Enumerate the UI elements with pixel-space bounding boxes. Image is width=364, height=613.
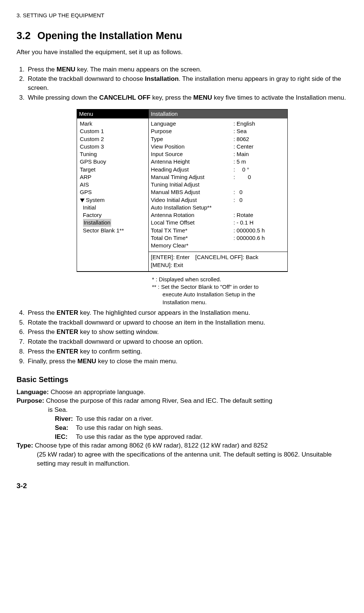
menu-item-custom1: Custom 1: [79, 127, 147, 135]
row-inputsrc-v: : Main: [234, 150, 249, 158]
step-1: Press the MENU key. The main menu appear…: [26, 65, 347, 74]
row-videoinit-v: : 0: [234, 196, 243, 204]
def-iec: IEC:To use this radar as the type approv…: [55, 432, 347, 442]
def-type-2: (25 kW radar) to agree with the specific…: [37, 450, 347, 468]
menu-item-gpsbuoy: GPS Buoy: [79, 158, 147, 165]
install-column: Installation Language: English Purpose: …: [149, 109, 287, 271]
steps-list-2: Press the ENTER key. The highlighted cur…: [17, 308, 347, 366]
menu-item-installation: Installation: [83, 219, 112, 226]
row-inputsrc-k: Input Source: [151, 150, 234, 158]
menu-item-factory: Factory: [79, 211, 147, 219]
menu-item-target: Target: [79, 166, 147, 173]
menu-item-custom2: Custom 2: [79, 135, 147, 143]
menu-item-installation-wrap: Installation: [79, 219, 147, 226]
row-antrot-k: Antenna Rotation: [151, 211, 234, 219]
menu-item-system: System: [79, 196, 147, 204]
row-viewpos-k: View Position: [151, 143, 234, 150]
menu-item-mark: Mark: [79, 120, 147, 127]
row-totaltx-v: : 000000.5 h: [234, 227, 265, 234]
row-localtime-k: Local Time Offset: [151, 219, 234, 226]
intro-paragraph: After you have installed the equipment, …: [17, 48, 347, 57]
row-type-v: : 8062: [234, 135, 249, 143]
menu-item-initial: Initial: [79, 204, 147, 211]
menu-item-tuning: Tuning: [79, 150, 147, 158]
section-number: 3.2: [17, 30, 31, 41]
menu-body: Mark Custom 1 Custom 2 Custom 3 Tuning G…: [77, 118, 148, 237]
menu-column: Menu Mark Custom 1 Custom 2 Custom 3 Tun…: [77, 109, 149, 271]
step-7: Rotate the trackball downward or upward …: [26, 337, 347, 346]
section-title: 3.2Opening the Installation Menu: [17, 29, 347, 43]
def-purpose: Purpose: Choose the purpose of this rada…: [17, 396, 347, 405]
row-totalon-k: Total On Time*: [151, 234, 234, 242]
footer-line-2: [MENU]: Exit: [151, 261, 285, 269]
row-localtime-v: : - 0.1 H: [234, 219, 254, 226]
row-headingadj-k: Heading Adjust: [151, 166, 234, 173]
figure-wrap: Menu Mark Custom 1 Custom 2 Custom 3 Tun…: [17, 109, 347, 272]
menu-item-arp: ARP: [79, 173, 147, 181]
row-antheight-v: : 5 m: [234, 158, 246, 165]
row-autoinstall-k: Auto Installation Setup**: [151, 204, 234, 211]
menu-header: Menu: [77, 109, 148, 118]
section-title-text: Opening the Installation Menu: [38, 30, 183, 41]
basic-settings-heading: Basic Settings: [17, 374, 347, 385]
row-tuninginit-k: Tuning Initial Adjust: [151, 181, 234, 188]
row-totalon-v: : 000000.6 h: [234, 234, 265, 242]
row-purpose-k: Purpose: [151, 127, 234, 135]
step-8: Press the ENTER key to confirm setting.: [26, 347, 347, 356]
step-3: While pressing down the CANCEL/HL OFF ke…: [26, 93, 347, 102]
menu-item-gps: GPS: [79, 188, 147, 196]
row-totaltx-k: Total TX Time*: [151, 227, 234, 234]
row-videoinit-k: Video Initial Adjust: [151, 196, 234, 204]
install-body: Language: English Purpose: Sea Type: 806…: [149, 118, 287, 252]
row-manualmbs-k: Manual MBS Adjust: [151, 188, 234, 196]
row-manualtiming-k: Manual Timing Adjust: [151, 173, 234, 181]
install-header: Installation: [149, 109, 287, 118]
page-number: 3-2: [17, 481, 347, 491]
step-6: Press the ENTER key to show setting wind…: [26, 328, 347, 337]
row-language-k: Language: [151, 120, 234, 127]
chapter-line: 3. SETTING UP THE EQUIPMENT: [17, 11, 347, 19]
def-sea: Sea:To use this radar on high seas.: [55, 423, 347, 432]
menu-item-sectorblank: Sector Blank 1**: [79, 227, 147, 234]
def-purpose-2: is Sea.: [48, 405, 347, 414]
footer-line-1: [ENTER]: Enter [CANCEL/HL OFF]: Back: [151, 253, 285, 261]
menu-item-ais: AIS: [79, 181, 147, 188]
def-language: Language: Choose an appropriate language…: [17, 388, 347, 397]
row-antrot-v: : Rotate: [234, 211, 254, 219]
row-type-k: Type: [151, 135, 234, 143]
footnote-2c: Installation menu.: [152, 299, 287, 306]
footnote-2a: ** : Set the Sector Blank to "Off" in or…: [152, 283, 287, 291]
footnote-2b: execute Auto Installation Setup in the: [152, 291, 287, 298]
footnote-1: * : Displayed when scrolled.: [152, 276, 287, 283]
step-9: Finally, press the MENU key to close the…: [26, 357, 347, 366]
steps-list-1: Press the MENU key. The main menu appear…: [17, 65, 347, 102]
step-5: Rotate the trackball downward or upward …: [26, 318, 347, 327]
menu-figure: Menu Mark Custom 1 Custom 2 Custom 3 Tun…: [77, 109, 288, 272]
row-purpose-v: : Sea: [234, 127, 247, 135]
def-type: Type: Choose type of this radar among 80…: [17, 441, 347, 450]
install-footer: [ENTER]: Enter [CANCEL/HL OFF]: Back [ME…: [149, 252, 287, 271]
row-manualmbs-v: : 0: [234, 188, 243, 196]
menu-item-custom3: Custom 3: [79, 143, 147, 150]
step-2: Rotate the trackball downward to choose …: [26, 74, 347, 93]
row-viewpos-v: : Center: [234, 143, 254, 150]
row-headingadj-v: : 0 °: [234, 166, 249, 173]
def-river: River:To use this radar on a river.: [55, 414, 347, 423]
row-memclear-k: Memory Clear*: [151, 242, 234, 249]
figure-footnotes: * : Displayed when scrolled. ** : Set th…: [77, 276, 287, 306]
triangle-down-icon: [80, 199, 85, 202]
step-4: Press the ENTER key. The highlighted cur…: [26, 308, 347, 317]
row-manualtiming-v: : 0: [234, 173, 251, 181]
definitions: Language: Choose an appropriate language…: [17, 388, 347, 468]
row-language-v: : English: [234, 120, 255, 127]
row-antheight-k: Antenna Height: [151, 158, 234, 165]
